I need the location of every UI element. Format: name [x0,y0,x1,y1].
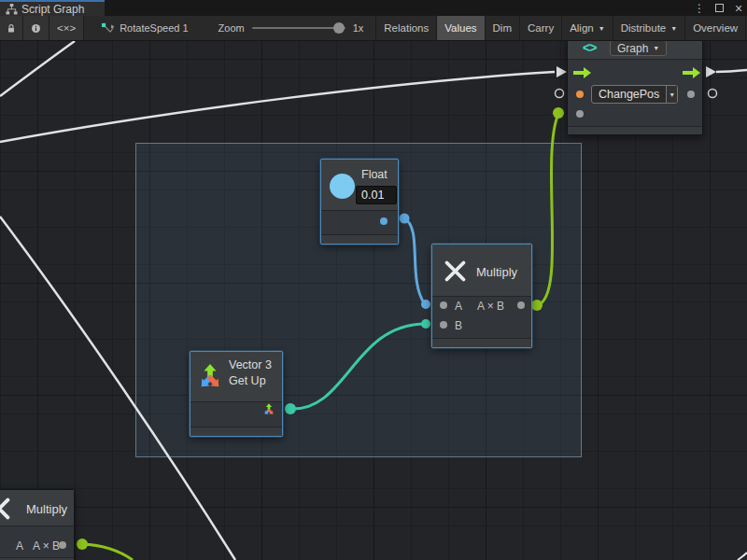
menu-dots-icon[interactable]: ⋮ [693,2,706,15]
relations-button[interactable]: Relations [375,16,437,40]
float-icon [330,174,355,199]
changepos-dropdown[interactable]: ChangePos ▼ [591,85,678,104]
port-out-label: A × B [477,300,504,313]
port-out[interactable] [517,301,525,309]
chevron-down-icon[interactable]: ▼ [666,86,677,103]
script-graph-window: <> Graph ▼ ChangePos ▼ [0,0,747,560]
node-title: Float [361,168,388,181]
changepos-value: ChangePos [592,86,666,103]
vector3-icon [196,360,224,394]
toolbar: <×> RotateSpeed 1 Zoom 1x Relations Valu… [0,16,747,41]
graph-name-label: RotateSpeed 1 [120,22,188,34]
port-b-label: B [455,319,462,332]
tab-script-graph[interactable]: Script Graph [0,0,105,16]
tab-strip: Script Graph ⋮ × [0,0,747,16]
script-graph-icon [6,4,18,15]
graph-breadcrumb[interactable]: RotateSpeed 1 [101,16,188,40]
chevron-down-icon: ▼ [599,25,605,32]
tab-title: Script Graph [21,3,84,16]
multiply-icon [0,496,12,522]
node-title: Multiply [26,502,67,516]
chevron-down-icon: ▼ [670,25,677,32]
port-input[interactable] [576,110,584,118]
info-button[interactable] [23,16,49,40]
chevron-down-icon: ▼ [653,45,659,51]
maximize-icon[interactable] [712,2,726,15]
port-a-label: A [16,539,23,553]
graph-event-node[interactable]: <> Graph ▼ ChangePos ▼ [567,35,703,135]
node-title: Vector 3 [229,358,272,371]
node-subtitle: Get Up [229,374,266,387]
node-footer [432,338,531,347]
multiply-icon [443,259,468,284]
graph-dropdown-label: Graph [617,42,648,55]
zoom-control: Zoom 1x [218,16,364,40]
values-button[interactable]: Values [437,16,485,40]
zoom-slider[interactable] [252,27,345,29]
lock-button[interactable] [0,16,23,40]
float-value-field[interactable]: 0.01 [356,186,397,204]
node-title: Multiply [476,265,517,279]
zoom-label: Zoom [218,22,245,34]
distribute-button[interactable]: Distribute▼ [613,16,686,40]
port-out[interactable] [59,541,66,549]
node-footer [568,126,702,134]
port-out-label: A × B [33,539,60,553]
port-output[interactable] [687,91,695,98]
code-view-button[interactable]: <×> [49,16,84,40]
port-a[interactable] [440,301,447,309]
port-a-label: A [455,300,462,313]
vector3-output-port-icon[interactable] [261,402,276,417]
overview-button[interactable]: Overview [685,16,746,40]
close-icon[interactable]: × [732,1,745,16]
window-controls: ⋮ × [693,0,745,16]
zoom-value: 1x [353,22,364,34]
graph-asset-icon [101,21,115,35]
graph-canvas[interactable]: <> Graph ▼ ChangePos ▼ [0,0,747,560]
node-footer [190,427,282,436]
multiply2-node[interactable]: Multiply A A × B [0,489,75,560]
carry-button[interactable]: Carry [520,16,562,40]
align-button[interactable]: Align▼ [562,16,613,40]
node-footer [321,234,398,244]
zoom-slider-handle[interactable] [333,22,345,34]
multiply-node[interactable]: Multiply A A × B B [431,244,532,348]
flow-input-arrow-icon[interactable] [573,67,591,78]
graph-dropdown-button[interactable]: Graph ▼ [610,40,667,56]
code-icon: <> [583,40,596,55]
port-b[interactable] [440,321,447,329]
lock-icon [7,22,15,35]
float-node[interactable]: Float 0.01 [320,159,399,245]
info-icon [31,22,41,35]
port-orange[interactable] [576,91,584,98]
code-x-icon: <×> [57,22,76,34]
vector3-get-up-node[interactable]: Vector 3 Get Up [190,351,283,437]
dim-button[interactable]: Dim [486,16,520,40]
flow-output-arrow-icon[interactable] [683,67,700,78]
port-float-output[interactable] [380,217,388,225]
